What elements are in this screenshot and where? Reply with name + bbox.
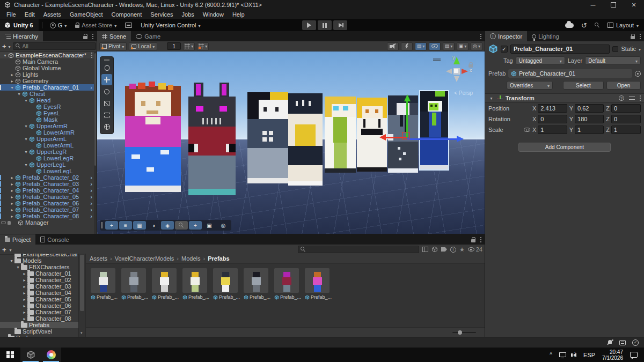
hierarchy-item-mask[interactable]: Mask xyxy=(0,116,94,123)
project-folder-character-03[interactable]: ▸Character_03 xyxy=(0,283,78,290)
move-tool-button[interactable] xyxy=(101,74,112,85)
hierarchy-item-eyesr[interactable]: EyesR xyxy=(0,104,94,110)
asset-thumbnail[interactable] xyxy=(91,268,115,293)
breadcrumb-prefabs[interactable]: Prefabs xyxy=(208,255,229,262)
prefab-chevron-icon[interactable] xyxy=(90,200,92,206)
scene-viewport[interactable]: + ≡ ▦ ◑ ◈ + ▣ ◎ y x < Persp xyxy=(97,51,485,234)
asset-item-4[interactable]: Prefab_... xyxy=(182,268,207,300)
account-dropdown[interactable]: G xyxy=(46,19,71,31)
rotation-x-field[interactable] xyxy=(538,115,567,123)
scale-tool-button[interactable] xyxy=(101,98,112,109)
project-search-field[interactable] xyxy=(298,246,419,253)
favorites-icon[interactable] xyxy=(459,246,465,253)
hierarchy-item-prefab-character-08[interactable]: ▸Prefab_Character_08 xyxy=(0,213,94,219)
hierarchy-scrollbar[interactable] xyxy=(94,52,97,234)
scene-effects-dropdown[interactable]: ▤ xyxy=(415,42,427,50)
position-y-field[interactable] xyxy=(575,104,604,113)
foldout-arrow[interactable]: ▸ xyxy=(21,291,27,295)
menu-assets[interactable]: Assets xyxy=(39,11,65,18)
project-folder-prefabs[interactable]: Prefabs xyxy=(0,322,78,328)
taskbar-paint-app[interactable] xyxy=(41,348,61,362)
y-axis-cone[interactable] xyxy=(453,57,460,64)
foldout-arrow[interactable]: ▸ xyxy=(21,271,27,276)
hierarchy-item-head[interactable]: ▾Head xyxy=(0,97,94,104)
menu-edit[interactable]: Edit xyxy=(20,11,39,18)
overrides-dropdown[interactable]: Overrides xyxy=(507,81,553,90)
gameobject-name-field[interactable] xyxy=(510,45,610,54)
network-icon[interactable] xyxy=(559,352,566,357)
voxel-character-2[interactable] xyxy=(188,83,236,195)
version-control-dropdown[interactable]: Unity Version Control xyxy=(136,19,204,31)
menu-help[interactable]: Help xyxy=(228,11,249,18)
hierarchy-item-chest[interactable]: ▾Chest xyxy=(0,91,94,97)
menu-dots-icon[interactable] xyxy=(640,34,641,35)
prefab-chevron-icon[interactable] xyxy=(90,181,92,187)
voxel-character-3[interactable] xyxy=(247,92,288,183)
create-asset-button[interactable] xyxy=(2,246,6,254)
project-folder-character-01[interactable]: ▸Character_01 xyxy=(0,270,78,277)
prefab-object-field[interactable]: Prefab_Character_01 xyxy=(508,69,632,78)
foldout-arrow[interactable]: ▸ xyxy=(9,214,15,219)
transform-tool-button[interactable] xyxy=(101,121,112,132)
asset-thumbnail[interactable] xyxy=(244,268,268,293)
foldout-arrow[interactable]: ▸ xyxy=(21,304,27,308)
neg-y-axis-cone[interactable] xyxy=(454,76,459,82)
warning-filter-icon[interactable]: ! xyxy=(450,247,456,253)
foldout-arrow[interactable]: ▸ xyxy=(9,188,15,193)
grid-size-field[interactable] xyxy=(167,42,181,50)
scale-x-field[interactable] xyxy=(538,125,567,134)
voxel-character-8-selected[interactable] xyxy=(420,91,448,169)
menu-dots-icon[interactable] xyxy=(640,95,641,97)
play-button[interactable] xyxy=(302,20,316,30)
layer-dropdown[interactable]: Default xyxy=(585,56,641,65)
orientation-gizmo[interactable]: y x xyxy=(445,56,475,87)
foldout-arrow[interactable]: ▾ xyxy=(23,162,29,167)
hierarchy-item-prefab-character-03[interactable]: ▸Prefab_Character_03 xyxy=(0,181,94,187)
lock-icon[interactable] xyxy=(631,36,635,39)
archive-button[interactable] xyxy=(121,19,136,31)
prefab-chevron-icon[interactable] xyxy=(90,213,92,219)
lighting-toggle-button[interactable]: ◑ xyxy=(147,221,160,230)
grid-snapping-dropdown[interactable] xyxy=(183,42,195,50)
project-folder-exampleescenachar-[interactable]: ExampleEscenaChar... xyxy=(0,254,78,257)
foldout-arrow[interactable]: ▾ xyxy=(9,85,15,90)
step-button[interactable] xyxy=(333,20,347,30)
hierarchy-item-upperlegl[interactable]: ▾UpperLegL xyxy=(0,161,94,168)
hierarchy-item-upperarml[interactable]: ▾UpperArmL xyxy=(0,136,94,142)
project-folder-character-04[interactable]: ▸Character_04 xyxy=(0,290,78,296)
gizmo-z-axis[interactable] xyxy=(407,138,457,140)
voxel-character-1[interactable] xyxy=(125,86,181,192)
search-overlay-button[interactable] xyxy=(175,221,188,230)
asset-item-3[interactable]: Prefab_... xyxy=(152,268,177,300)
chevron-down-icon[interactable] xyxy=(9,43,11,49)
menu-file[interactable]: File xyxy=(2,11,20,18)
tab-game[interactable]: Game xyxy=(131,31,165,41)
cloud-icon[interactable] xyxy=(565,23,574,28)
search-by-type-icon[interactable] xyxy=(422,247,428,252)
tab-inspector[interactable]: i Inspector xyxy=(485,31,527,41)
lock-icon[interactable] xyxy=(471,239,475,242)
hierarchy-item-lowerarml[interactable]: LowerArmL xyxy=(0,142,94,149)
hierarchy-search-field[interactable] xyxy=(13,42,96,50)
hierarchy-item-geometry[interactable]: ▸Geometry xyxy=(0,78,94,84)
slider-knob[interactable] xyxy=(458,330,462,335)
rect-tool-button[interactable] xyxy=(101,109,112,121)
prefab-chevron-icon[interactable] xyxy=(90,84,92,91)
prefab-chevron-icon[interactable] xyxy=(90,174,92,181)
tab-scene[interactable]: Scene xyxy=(97,31,131,41)
foldout-arrow[interactable]: ▾ xyxy=(16,92,22,97)
transform-component-header[interactable]: ▾ Transform ? xyxy=(485,93,644,103)
foldout-arrow[interactable]: ▸ xyxy=(9,208,15,212)
snap-increment-dropdown[interactable] xyxy=(197,42,209,50)
x-axis-cone[interactable] xyxy=(462,69,468,74)
asset-item-7[interactable]: Prefab_... xyxy=(274,268,299,300)
asset-thumbnail[interactable] xyxy=(182,268,207,293)
hierarchy-item-prefab-character-02[interactable]: ▸Prefab_Character_02 xyxy=(0,174,94,181)
hierarchy-item-prefab-character-07[interactable]: ▸Prefab_Character_07 xyxy=(0,206,94,213)
project-folder-fbxcharacters[interactable]: ▾FBXCharacters xyxy=(0,264,78,270)
foldout-arrow[interactable]: ▸ xyxy=(21,310,27,315)
grid-visual-button[interactable]: ▦ xyxy=(133,221,146,230)
project-folder-character-05[interactable]: ▸Character_05 xyxy=(0,296,78,302)
asset-item-8[interactable]: Prefab_... xyxy=(305,268,330,300)
voxel-character-4[interactable] xyxy=(288,93,323,186)
